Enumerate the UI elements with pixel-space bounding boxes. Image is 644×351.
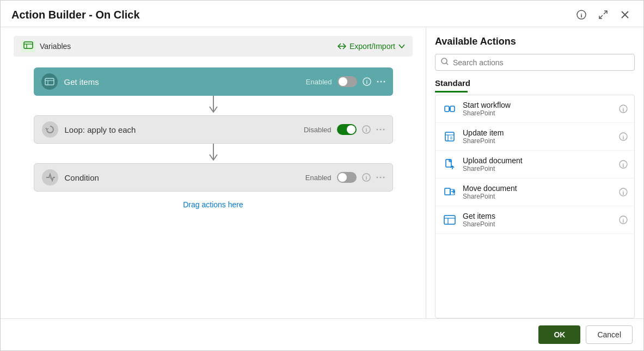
dialog-header: Action Builder - On Click i bbox=[1, 1, 643, 27]
info-condition-button[interactable]: i bbox=[362, 173, 371, 182]
ok-button[interactable]: OK bbox=[538, 325, 580, 344]
move-document-icon bbox=[442, 184, 457, 200]
svg-text:i: i bbox=[623, 134, 624, 140]
svg-text:i: i bbox=[365, 175, 367, 181]
left-panel: Variables Export/Import bbox=[1, 27, 426, 318]
expand-icon-button[interactable] bbox=[596, 7, 611, 22]
move-document-name: Move document bbox=[463, 184, 614, 193]
svg-point-28 bbox=[379, 177, 381, 178]
variables-icon bbox=[21, 40, 35, 52]
dialog-body: Variables Export/Import bbox=[1, 27, 643, 318]
update-item-info-button[interactable]: i bbox=[619, 132, 628, 141]
drag-hint: Drag actions here bbox=[34, 200, 393, 209]
list-item-get-items[interactable]: Get items SharePoint i bbox=[436, 206, 634, 234]
action-card-loop[interactable]: Loop: apply to each Disabled i bbox=[34, 115, 393, 144]
svg-rect-10 bbox=[45, 78, 54, 85]
action-card-get-items[interactable]: Get items Enabled i bbox=[34, 67, 393, 96]
svg-point-16 bbox=[380, 81, 382, 83]
update-item-icon bbox=[442, 129, 457, 144]
export-import-label: Export/Import bbox=[349, 42, 395, 51]
svg-rect-37 bbox=[445, 132, 454, 141]
start-workflow-source: SharePoint bbox=[463, 109, 614, 117]
header-icons: i bbox=[574, 7, 633, 22]
move-document-info-button[interactable]: i bbox=[619, 188, 628, 196]
status-loop: Disabled bbox=[304, 126, 332, 134]
svg-point-29 bbox=[383, 177, 384, 178]
svg-point-27 bbox=[376, 177, 378, 178]
upload-document-info-button[interactable]: i bbox=[619, 160, 628, 169]
cancel-button[interactable]: Cancel bbox=[586, 325, 633, 344]
variables-label: Variables bbox=[40, 42, 71, 51]
svg-text:i: i bbox=[623, 162, 624, 168]
move-document-source: SharePoint bbox=[463, 193, 614, 200]
get-items-list-source: SharePoint bbox=[463, 220, 614, 228]
info-get-items-button[interactable]: i bbox=[363, 77, 371, 86]
start-workflow-icon bbox=[442, 101, 457, 116]
start-workflow-text: Start workflow SharePoint bbox=[463, 101, 614, 117]
list-item-update-item[interactable]: Update item SharePoint i bbox=[436, 123, 634, 151]
move-document-text: Move document SharePoint bbox=[463, 184, 614, 200]
search-icon bbox=[441, 58, 449, 67]
upload-document-source: SharePoint bbox=[463, 165, 614, 173]
list-item-move-document[interactable]: Move document SharePoint i bbox=[436, 178, 634, 206]
actions-list-container[interactable]: Start workflow SharePoint i bbox=[435, 95, 635, 318]
dialog-title: Action Builder - On Click bbox=[11, 9, 140, 21]
right-panel: Available Actions Standard bbox=[426, 27, 643, 318]
dialog-footer: OK Cancel bbox=[1, 318, 643, 350]
info-icon-button[interactable]: i bbox=[574, 7, 589, 22]
status-get-items: Enabled bbox=[306, 78, 332, 86]
upload-document-name: Upload document bbox=[463, 156, 614, 165]
action-label-loop: Loop: apply to each bbox=[65, 125, 297, 134]
action-label-get-items: Get items bbox=[64, 77, 299, 87]
svg-rect-6 bbox=[24, 42, 33, 48]
svg-line-3 bbox=[604, 11, 607, 14]
svg-text:i: i bbox=[366, 79, 367, 85]
update-item-text: Update item SharePoint bbox=[463, 128, 614, 145]
svg-text:i: i bbox=[623, 107, 624, 113]
info-loop-button[interactable]: i bbox=[362, 125, 371, 134]
more-loop-button[interactable] bbox=[376, 128, 385, 131]
svg-rect-32 bbox=[445, 106, 449, 112]
standard-underline bbox=[435, 91, 468, 93]
svg-point-22 bbox=[379, 129, 381, 131]
svg-point-23 bbox=[383, 129, 384, 131]
status-condition: Enabled bbox=[305, 174, 332, 182]
start-workflow-info-button[interactable]: i bbox=[619, 104, 628, 113]
svg-text:i: i bbox=[580, 12, 582, 19]
svg-line-2 bbox=[599, 15, 603, 19]
action-card-condition[interactable]: Condition Enabled i bbox=[34, 163, 393, 192]
toggle-condition[interactable] bbox=[337, 172, 357, 183]
get-items-icon bbox=[41, 73, 58, 90]
get-items-list-text: Get items SharePoint bbox=[463, 212, 614, 228]
get-items-list-name: Get items bbox=[463, 212, 614, 220]
close-icon-button[interactable] bbox=[617, 7, 633, 22]
svg-text:i: i bbox=[623, 190, 624, 196]
toggle-get-items[interactable] bbox=[338, 76, 357, 87]
get-items-list-icon bbox=[442, 212, 457, 227]
svg-rect-55 bbox=[444, 215, 455, 224]
action-builder-dialog: Action Builder - On Click i bbox=[0, 0, 644, 351]
update-item-source: SharePoint bbox=[463, 137, 614, 145]
svg-line-31 bbox=[446, 63, 448, 65]
more-condition-button[interactable] bbox=[376, 176, 385, 178]
variables-bar: Variables Export/Import bbox=[14, 36, 413, 57]
update-item-name: Update item bbox=[463, 128, 614, 137]
condition-icon bbox=[42, 169, 58, 186]
more-get-items-button[interactable] bbox=[377, 81, 385, 83]
search-input[interactable] bbox=[453, 58, 629, 67]
list-item-upload-document[interactable]: Upload document SharePoint i bbox=[436, 151, 634, 178]
action-right-loop: Disabled i bbox=[304, 124, 385, 135]
list-item-start-workflow[interactable]: Start workflow SharePoint i bbox=[436, 95, 634, 123]
svg-text:i: i bbox=[623, 218, 624, 224]
standard-section: Standard bbox=[435, 78, 635, 93]
action-label-condition: Condition bbox=[65, 173, 299, 182]
toggle-loop[interactable] bbox=[337, 124, 357, 135]
arrow-down-1 bbox=[207, 96, 220, 115]
svg-point-30 bbox=[441, 58, 447, 64]
svg-point-15 bbox=[377, 81, 378, 83]
get-items-info-button[interactable]: i bbox=[619, 215, 628, 224]
arrow-down-2 bbox=[207, 144, 220, 163]
search-box[interactable] bbox=[435, 54, 635, 71]
upload-document-text: Upload document SharePoint bbox=[463, 156, 614, 173]
export-import-button[interactable]: Export/Import bbox=[338, 42, 405, 51]
